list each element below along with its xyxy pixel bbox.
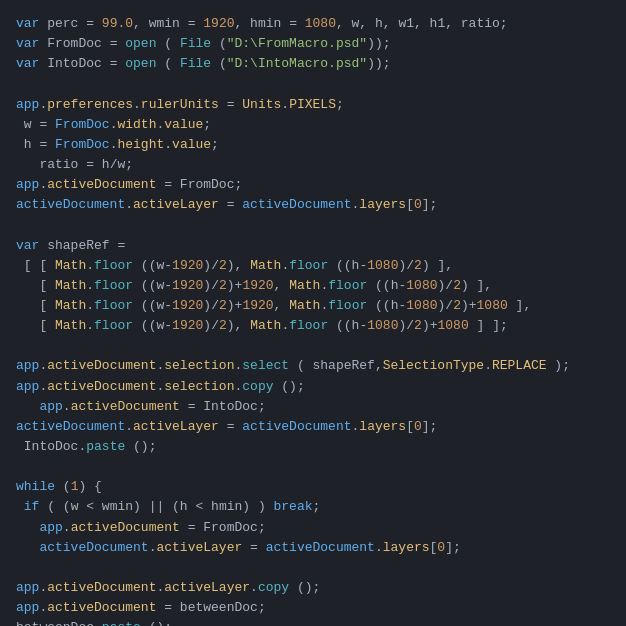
- blank-line: [16, 457, 610, 477]
- code-line: app.activeDocument.activeLayer.copy ();: [16, 578, 610, 598]
- code-line: w = FromDoc.width.value;: [16, 115, 610, 135]
- code-line: activeDocument.activeLayer = activeDocum…: [16, 417, 610, 437]
- code-line: app.activeDocument.selection.select ( sh…: [16, 356, 610, 376]
- blank-line: [16, 215, 610, 235]
- blank-line: [16, 558, 610, 578]
- code-line: [ Math.floor ((w-1920)/2), Math.floor ((…: [16, 316, 610, 336]
- blank-line: [16, 336, 610, 356]
- code-line: [ Math.floor ((w-1920)/2)+1920, Math.flo…: [16, 296, 610, 316]
- code-line: app.activeDocument = betweenDoc;: [16, 598, 610, 618]
- code-line: app.activeDocument = IntoDoc;: [16, 397, 610, 417]
- code-line: var shapeRef =: [16, 236, 610, 256]
- code-line: while (1) {: [16, 477, 610, 497]
- code-line: activeDocument.activeLayer = activeDocum…: [16, 195, 610, 215]
- code-line: betweenDoc.paste ();: [16, 618, 610, 626]
- code-line: app.preferences.rulerUnits = Units.PIXEL…: [16, 95, 610, 115]
- code-editor: var perc = 99.0, wmin = 1920, hmin = 108…: [0, 0, 626, 626]
- code-line: var IntoDoc = open ( File ("D:\IntoMacro…: [16, 54, 610, 74]
- code-line: activeDocument.activeLayer = activeDocum…: [16, 538, 610, 558]
- code-line: app.activeDocument.selection.copy ();: [16, 377, 610, 397]
- code-line: ratio = h/w;: [16, 155, 610, 175]
- code-line: IntoDoc.paste ();: [16, 437, 610, 457]
- blank-line: [16, 74, 610, 94]
- code-line: h = FromDoc.height.value;: [16, 135, 610, 155]
- code-line: var FromDoc = open ( File ("D:\FromMacro…: [16, 34, 610, 54]
- code-line: app.activeDocument = FromDoc;: [16, 175, 610, 195]
- code-line: var perc = 99.0, wmin = 1920, hmin = 108…: [16, 14, 610, 34]
- code-line: app.activeDocument = FromDoc;: [16, 518, 610, 538]
- code-line: [ [ Math.floor ((w-1920)/2), Math.floor …: [16, 256, 610, 276]
- code-line: if ( (w < wmin) || (h < hmin) ) break;: [16, 497, 610, 517]
- code-line: [ Math.floor ((w-1920)/2)+1920, Math.flo…: [16, 276, 610, 296]
